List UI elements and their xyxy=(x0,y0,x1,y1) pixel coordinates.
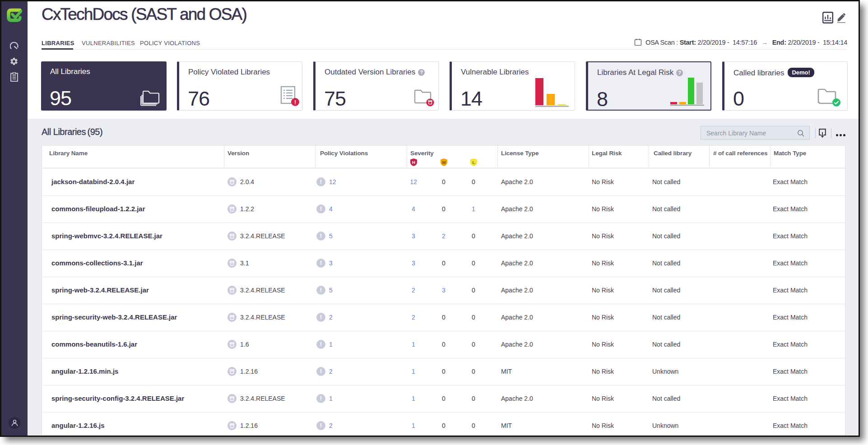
svg-text:L: L xyxy=(473,160,475,165)
svg-text:M: M xyxy=(442,160,446,165)
svg-text:!: ! xyxy=(294,99,296,106)
svg-text:H: H xyxy=(412,160,415,165)
